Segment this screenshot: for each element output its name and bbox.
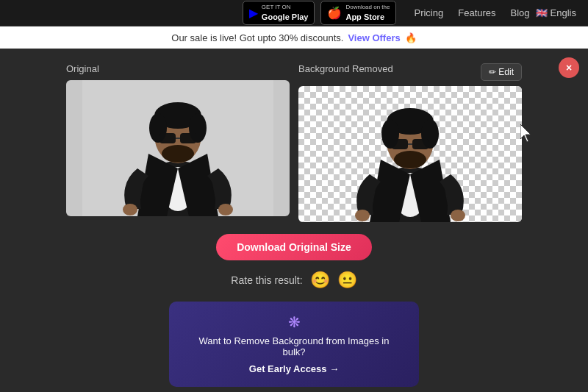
happy-emoji[interactable]: 😊 [310,271,330,290]
removed-panel: Background Removed ✏ Edit [298,63,522,222]
apple-icon: 🍎 [327,6,342,20]
language-label: Englis [551,7,576,18]
promo-title: Want to Remove Background from Images in… [187,335,401,357]
nav-features[interactable]: Features [458,7,495,18]
original-image-container [66,80,290,216]
svg-rect-10 [180,133,196,143]
original-image [66,80,290,216]
image-comparison: Original [66,63,522,222]
removed-header: Background Removed ✏ Edit [298,63,522,80]
removed-image [298,86,522,222]
edit-button[interactable]: ✏ Edit [481,63,522,81]
svg-point-26 [394,151,426,168]
svg-rect-24 [412,139,429,149]
view-offers-link[interactable]: View Offers [348,32,400,43]
removed-image-container [298,86,522,222]
removed-person-svg [298,86,522,222]
download-button[interactable]: Download Original Size [216,234,372,260]
svg-point-27 [355,210,370,221]
download-section: Download Original Size [216,234,372,260]
nav-links: Pricing Features Blog [414,7,529,18]
svg-point-12 [162,145,194,163]
promo-icon: ❋ [187,313,401,331]
cursor-overlay [520,124,538,146]
neutral-emoji[interactable]: 😐 [337,271,357,290]
close-button[interactable]: × [559,57,579,78]
rating-section: Rate this result: 😊 😐 [231,271,356,290]
svg-point-28 [451,210,465,221]
rating-label: Rate this result: [231,274,302,286]
fire-emoji: 🔥 [405,32,417,43]
google-play-line1: GET IT ON [262,4,309,11]
promo-card: ❋ Want to Remove Background from Images … [169,302,419,387]
original-person-svg [66,80,290,216]
language-selector[interactable]: 🇬🇧 Englis [536,7,576,18]
sale-text: Our sale is live! Got upto 30% discounts… [171,32,343,43]
main-content: × Original [0,49,588,392]
app-store-line2: App Store [345,12,390,22]
nav-pricing[interactable]: Pricing [414,7,443,18]
promo-cta-link[interactable]: Get Early Access → [249,363,339,374]
flag-icon: 🇬🇧 [536,7,548,18]
svg-rect-23 [392,139,408,149]
sale-banner: Our sale is live! Got upto 30% discounts… [0,26,588,49]
app-store-badge[interactable]: 🍎 Download on the App Store [320,1,396,25]
original-panel: Original [66,63,290,222]
app-store-line1: Download on the [345,4,390,11]
original-label: Original [66,63,290,74]
svg-point-13 [123,204,137,215]
google-play-badge[interactable]: ▶ GET IT ON Google Play [243,1,315,25]
svg-point-14 [218,204,233,215]
google-play-icon: ▶ [249,6,258,20]
removed-label: Background Removed [298,63,393,74]
nav-blog[interactable]: Blog [511,7,530,18]
svg-rect-9 [159,133,176,143]
google-play-line2: Google Play [262,12,309,22]
top-nav: ▶ GET IT ON Google Play 🍎 Download on th… [0,0,588,26]
